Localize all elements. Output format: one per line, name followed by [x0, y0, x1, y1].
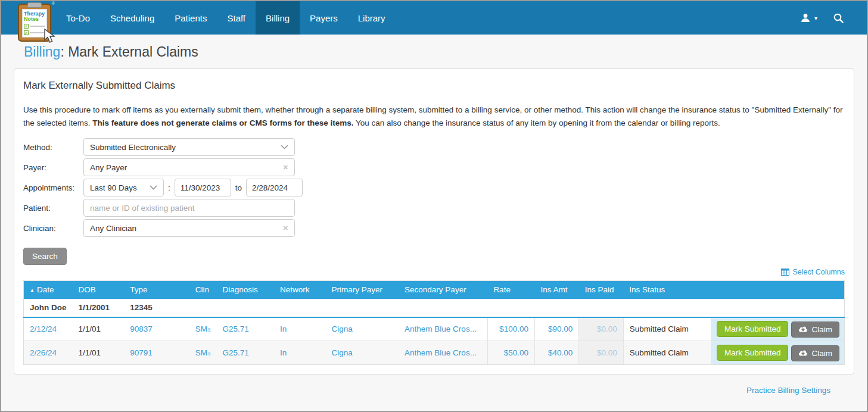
- method-select[interactable]: Submitted Electronically: [83, 138, 295, 156]
- breadcrumb-billing-link[interactable]: Billing: [24, 44, 60, 60]
- user-menu-button[interactable]: ▾: [800, 13, 817, 23]
- select-columns-row: Select Columns: [23, 267, 845, 278]
- col-header-clin[interactable]: Clin: [189, 281, 217, 299]
- nav-item-scheduling[interactable]: Scheduling: [100, 1, 164, 35]
- therapynotes-logo-icon[interactable]: Therapy Notes ✓ ✓ ®: [18, 4, 51, 42]
- clinician-value: Any Clinician: [90, 224, 136, 233]
- clinician-badge: a: [207, 326, 211, 333]
- date-link[interactable]: 2/26/24: [30, 348, 57, 357]
- col-header-ins-paid[interactable]: Ins Paid: [579, 281, 624, 299]
- mouse-cursor-icon: [43, 29, 56, 44]
- ins-amt-link[interactable]: $40.00: [548, 348, 573, 357]
- primary-payer-link[interactable]: Cigna: [332, 324, 353, 333]
- table-header-row: ▲Date DOB Type Clin Diagnosis Network Pr…: [24, 281, 845, 299]
- payer-combobox[interactable]: Any Payer ✕: [83, 158, 295, 176]
- claim-button[interactable]: Claim: [791, 322, 839, 338]
- patient-search-input[interactable]: [83, 199, 295, 217]
- brand-logo[interactable]: Therapy Notes ✓ ✓ ®: [1, 1, 56, 35]
- rate-link[interactable]: $50.00: [504, 348, 528, 357]
- diagnosis-link[interactable]: G25.71: [223, 348, 249, 357]
- ins-amt-link[interactable]: $90.00: [548, 324, 573, 333]
- clinician-link[interactable]: SMa: [195, 348, 211, 357]
- network-link[interactable]: In: [280, 324, 287, 333]
- page-footer: Practice Billing Settings: [14, 374, 854, 395]
- check-icon: ✓: [24, 24, 29, 29]
- rate-link[interactable]: $100.00: [499, 324, 528, 333]
- select-columns-link[interactable]: Select Columns: [781, 268, 845, 276]
- primary-payer-link[interactable]: Cigna: [332, 348, 353, 357]
- sort-ascending-icon: ▲: [30, 288, 35, 293]
- col-header-diagnosis[interactable]: Diagnosis: [217, 281, 275, 299]
- payer-value: Any Payer: [90, 163, 127, 172]
- nav-item-library[interactable]: Library: [348, 1, 396, 35]
- clear-payer-icon[interactable]: ✕: [283, 164, 288, 171]
- claims-table: ▲Date DOB Type Clin Diagnosis Network Pr…: [23, 280, 845, 365]
- patient-row: Patient:: [23, 199, 845, 217]
- end-date-input[interactable]: [246, 179, 303, 196]
- date-range-value: Last 90 Days: [90, 183, 137, 192]
- date-range-select[interactable]: Last 90 Days: [83, 179, 164, 196]
- cloud-download-icon: [798, 326, 808, 333]
- practice-billing-settings-link[interactable]: Practice Billing Settings: [746, 386, 830, 395]
- appointments-label: Appointments:: [23, 183, 83, 192]
- clinician-combobox[interactable]: Any Clinician ✕: [83, 219, 295, 237]
- clinician-label: Clinician:: [23, 224, 83, 233]
- clinician-link[interactable]: SMa: [195, 324, 211, 333]
- col-header-dob[interactable]: DOB: [73, 281, 125, 299]
- payer-label: Payer:: [23, 163, 83, 172]
- patient-name: John Doe: [24, 299, 73, 317]
- secondary-payer-link[interactable]: Anthem Blue Cros...: [405, 348, 477, 357]
- user-icon: [800, 13, 811, 23]
- method-row: Method: Submitted Electronically: [23, 138, 845, 156]
- nav-item-patients[interactable]: Patients: [164, 1, 217, 35]
- nav-item-billing[interactable]: Billing: [256, 1, 300, 35]
- network-link[interactable]: In: [280, 348, 287, 357]
- diagnosis-link[interactable]: G25.71: [223, 324, 249, 333]
- type-link[interactable]: 90791: [130, 348, 153, 357]
- nav-item-todo[interactable]: To-Do: [56, 1, 100, 35]
- date-link[interactable]: 2/12/24: [30, 324, 57, 333]
- col-header-type[interactable]: Type: [124, 281, 189, 299]
- search-button[interactable]: Search: [23, 248, 67, 265]
- mark-submitted-button[interactable]: Mark Submitted: [717, 345, 789, 361]
- col-header-date[interactable]: ▲Date: [24, 281, 73, 299]
- col-header-rate[interactable]: Rate: [487, 281, 534, 299]
- nav-right-controls: ▾: [800, 1, 844, 35]
- method-value: Submitted Electronically: [90, 143, 176, 152]
- brand-word-notes: Notes: [24, 17, 45, 22]
- clear-clinician-icon[interactable]: ✕: [283, 224, 288, 232]
- secondary-payer-link[interactable]: Anthem Blue Cros...: [405, 324, 477, 333]
- ins-paid-cell: $0.00: [579, 341, 624, 365]
- nav-menu: To-Do Scheduling Patients Staff Billing …: [56, 1, 396, 35]
- appointments-row: Appointments: Last 90 Days : to: [23, 179, 845, 196]
- dob-cell: 1/1/01: [73, 341, 125, 365]
- ins-status-cell: Submitted Claim: [623, 341, 711, 365]
- page-content: Billing: Mark External Claims Mark Exter…: [1, 44, 867, 395]
- col-header-network[interactable]: Network: [274, 281, 326, 299]
- type-link[interactable]: 90837: [130, 324, 153, 333]
- col-header-ins-status[interactable]: Ins Status: [623, 281, 711, 299]
- panel-description: Use this procedure to mark off items as …: [23, 104, 845, 129]
- col-header-primary-payer[interactable]: Primary Payer: [326, 281, 399, 299]
- search-icon[interactable]: [833, 13, 844, 24]
- col-header-secondary-payer[interactable]: Secondary Payer: [399, 281, 487, 299]
- cloud-download-icon: [798, 349, 808, 357]
- claim-button[interactable]: Claim: [791, 345, 839, 361]
- colon-separator: :: [168, 183, 170, 192]
- nav-item-staff[interactable]: Staff: [217, 1, 256, 35]
- ins-status-cell: Submitted Claim: [623, 317, 711, 341]
- claim-button-label: Claim: [811, 325, 832, 334]
- method-label: Method:: [23, 143, 83, 152]
- table-row: 2/26/24 1/1/01 90791 SMa G25.71 In Cigna…: [24, 341, 845, 365]
- mark-submitted-button[interactable]: Mark Submitted: [717, 321, 789, 337]
- start-date-input[interactable]: [175, 179, 231, 196]
- patient-label: Patient:: [23, 204, 83, 213]
- breadcrumb: Billing: Mark External Claims: [24, 44, 854, 60]
- col-header-ins-amt[interactable]: Ins Amt: [535, 281, 579, 299]
- payer-row: Payer: Any Payer ✕: [23, 158, 845, 176]
- check-icon: ✓: [24, 30, 29, 35]
- to-label: to: [235, 183, 242, 192]
- checklist-row: ✓: [24, 24, 45, 29]
- clinician-badge: a: [207, 350, 211, 357]
- nav-item-payers[interactable]: Payers: [300, 1, 348, 35]
